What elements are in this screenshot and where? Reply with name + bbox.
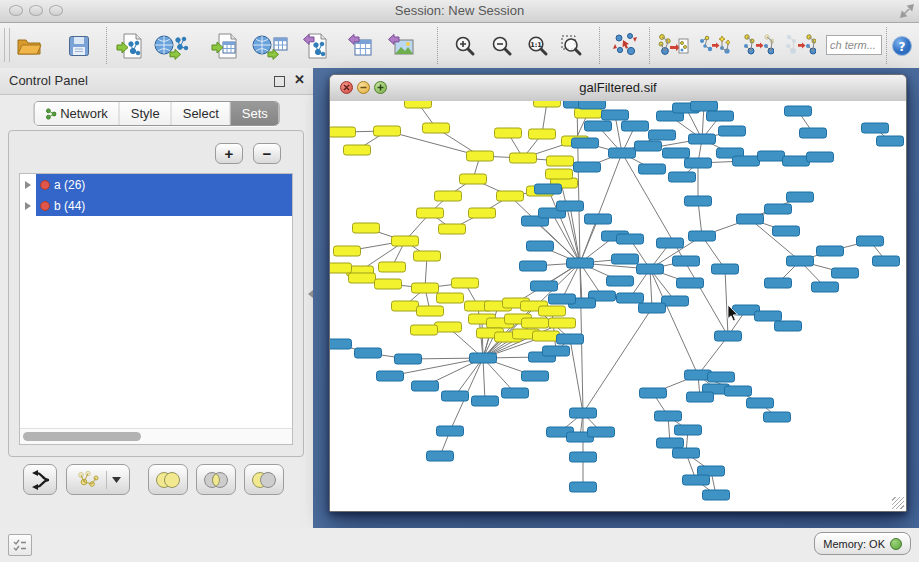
graph-node[interactable] <box>649 130 676 140</box>
graph-node[interactable] <box>570 482 597 492</box>
show-all-button[interactable] <box>782 28 818 64</box>
graph-node[interactable] <box>557 201 584 211</box>
graph-node[interactable] <box>472 396 499 406</box>
graph-node[interactable] <box>520 261 547 271</box>
import-table-file-button[interactable] <box>207 28 243 64</box>
graph-node[interactable] <box>773 226 800 236</box>
graph-node[interactable] <box>502 388 529 398</box>
remove-set-button[interactable]: − <box>253 143 281 164</box>
network-graph[interactable] <box>330 101 906 511</box>
graph-edge[interactable] <box>698 336 728 375</box>
tab-sets[interactable]: Sets <box>231 102 279 125</box>
graph-node[interactable] <box>639 164 666 174</box>
graph-node[interactable] <box>330 263 352 273</box>
graph-node[interactable] <box>655 411 682 421</box>
resize-grip[interactable] <box>892 497 904 509</box>
graph-node[interactable] <box>549 318 576 328</box>
graph-node[interactable] <box>673 256 700 266</box>
graph-node[interactable] <box>691 101 718 111</box>
zoom-in-button[interactable] <box>447 28 483 64</box>
graph-node[interactable] <box>395 354 422 364</box>
graph-node[interactable] <box>539 306 566 316</box>
graph-node[interactable] <box>546 169 573 179</box>
graph-node[interactable] <box>617 234 644 244</box>
task-history-button[interactable] <box>8 534 32 556</box>
graph-node[interactable] <box>527 241 554 251</box>
network-window[interactable]: galFiltered.sif <box>329 74 907 512</box>
graph-node[interactable] <box>675 425 702 435</box>
tab-network[interactable]: Network <box>34 102 120 125</box>
graph-node[interactable] <box>862 123 889 133</box>
graph-node[interactable] <box>330 339 352 349</box>
open-file-button[interactable] <box>11 28 47 64</box>
graph-node[interactable] <box>531 281 558 291</box>
graph-node[interactable] <box>785 106 812 116</box>
graph-node[interactable] <box>467 151 494 161</box>
graph-edge[interactable] <box>483 358 485 401</box>
graph-node[interactable] <box>375 279 402 289</box>
graph-node[interactable] <box>469 208 496 218</box>
zoom-out-button[interactable] <box>484 28 520 64</box>
graph-node[interactable] <box>574 162 601 172</box>
graph-node[interactable] <box>725 386 752 396</box>
network-canvas[interactable] <box>330 101 906 511</box>
graph-node[interactable] <box>535 184 562 194</box>
graph-node[interactable] <box>460 174 487 184</box>
union-sets-button[interactable] <box>148 464 188 495</box>
export-table-button[interactable] <box>342 28 378 64</box>
graph-node[interactable] <box>609 148 636 158</box>
graph-node[interactable] <box>707 111 734 121</box>
graph-node[interactable] <box>377 371 404 381</box>
set-row-b[interactable]: b (44) <box>20 195 292 216</box>
graph-node[interactable] <box>437 426 464 436</box>
graph-node[interactable] <box>807 152 834 162</box>
graph-node[interactable] <box>437 293 464 303</box>
zoom-fit-selected-button[interactable] <box>554 28 590 64</box>
graph-node[interactable] <box>439 224 466 234</box>
zoom-actual-size-button[interactable]: 1:1 <box>520 28 556 64</box>
graph-node[interactable] <box>737 214 764 224</box>
float-panel-icon[interactable] <box>274 76 285 87</box>
graph-node[interactable] <box>534 101 561 107</box>
graph-node[interactable] <box>435 322 462 332</box>
graph-node[interactable] <box>529 129 556 139</box>
close-panel-icon[interactable]: ✕ <box>294 72 305 87</box>
export-network-button[interactable] <box>297 28 333 64</box>
graph-node[interactable] <box>392 301 419 311</box>
graph-node[interactable] <box>877 136 904 146</box>
graph-node[interactable] <box>637 264 664 274</box>
graph-node[interactable] <box>764 412 791 422</box>
graph-node[interactable] <box>817 246 844 256</box>
graph-node[interactable] <box>374 126 401 136</box>
graph-node[interactable] <box>522 318 549 328</box>
graph-edge[interactable] <box>570 339 583 413</box>
graph-node[interactable] <box>412 381 439 391</box>
graph-node[interactable] <box>570 408 597 418</box>
graph-node[interactable] <box>712 264 739 274</box>
graph-node[interactable] <box>703 490 730 500</box>
graph-node[interactable] <box>510 153 537 163</box>
create-set-dropdown-button[interactable] <box>66 464 130 495</box>
apply-preferred-layout-button[interactable] <box>607 28 643 64</box>
graph-node[interactable] <box>689 231 716 241</box>
graph-node[interactable] <box>677 278 704 288</box>
graph-node[interactable] <box>787 256 814 266</box>
import-network-file-button[interactable] <box>112 28 148 64</box>
import-table-url-button[interactable] <box>248 28 292 64</box>
memory-status-button[interactable]: Memory: OK <box>814 532 911 555</box>
graph-node[interactable] <box>640 388 667 398</box>
graph-edge[interactable] <box>750 219 800 261</box>
graph-node[interactable] <box>612 254 639 264</box>
graph-edge[interactable] <box>725 269 728 336</box>
graph-node[interactable] <box>588 427 615 437</box>
toolbar-drag-handle[interactable] <box>4 28 10 62</box>
export-image-button[interactable] <box>382 28 418 64</box>
graph-node[interactable] <box>617 293 644 303</box>
intersection-sets-button[interactable] <box>196 464 236 495</box>
select-first-neighbors-button[interactable] <box>696 28 732 64</box>
graph-node[interactable] <box>787 192 814 202</box>
graph-node[interactable] <box>379 262 406 272</box>
import-network-url-button[interactable] <box>150 28 194 64</box>
graph-node[interactable] <box>669 172 696 182</box>
help-button[interactable]: ? <box>885 28 919 64</box>
